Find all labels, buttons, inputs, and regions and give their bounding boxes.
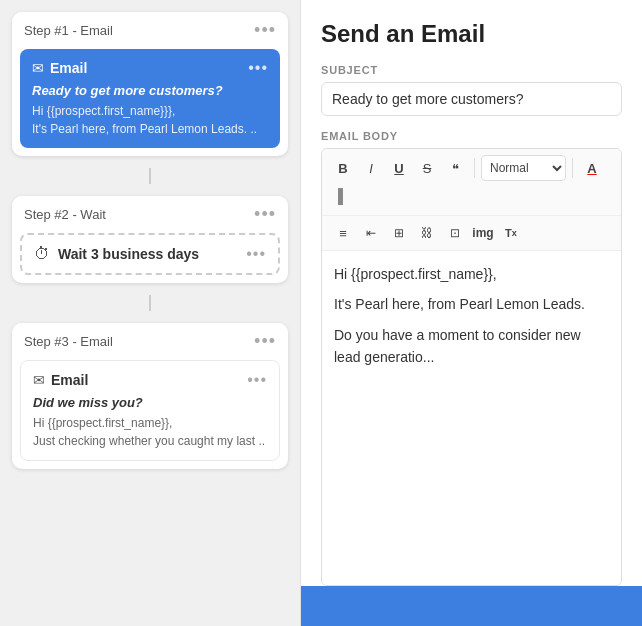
step3-email-subject: Did we miss you? bbox=[33, 395, 267, 410]
step3-email-label-row: ✉ Email bbox=[33, 372, 88, 388]
wait-content: ⏱ Wait 3 business days bbox=[34, 245, 199, 263]
wait-icon: ⏱ bbox=[34, 245, 50, 263]
step3-title: Step #3 - Email bbox=[24, 334, 113, 349]
body-line2: It's Pearl here, from Pearl Lemon Leads. bbox=[334, 293, 609, 315]
clear-format-button[interactable]: Tx bbox=[498, 220, 524, 246]
strike-button[interactable]: S bbox=[414, 155, 440, 181]
table-button[interactable]: ⊞ bbox=[386, 220, 412, 246]
step1-menu-button[interactable]: ••• bbox=[254, 20, 276, 41]
img-text-button[interactable]: img bbox=[470, 220, 496, 246]
subject-input[interactable] bbox=[321, 82, 622, 116]
step1-header: Step #1 - Email ••• bbox=[12, 12, 288, 49]
step3-email-label: Email bbox=[51, 372, 88, 388]
step3-email-preview: Hi {{prospect.first_name}},Just checking… bbox=[33, 414, 267, 450]
toolbar-row2: ≡ ⇤ ⊞ ⛓ ⊡ img Tx bbox=[322, 216, 621, 251]
step3-menu-button[interactable]: ••• bbox=[254, 331, 276, 352]
step3-header: Step #3 - Email ••• bbox=[12, 323, 288, 360]
email-icon-dark: ✉ bbox=[33, 372, 45, 388]
step3-block-menu-button[interactable]: ••• bbox=[247, 371, 267, 389]
bottom-bar bbox=[301, 586, 642, 626]
editor-body[interactable]: Hi {{prospect.first_name}}, It's Pearl h… bbox=[322, 251, 621, 585]
step2-header: Step #2 - Wait ••• bbox=[12, 196, 288, 233]
step2-wait-block[interactable]: ⏱ Wait 3 business days ••• bbox=[20, 233, 280, 275]
indent-button[interactable]: ⇤ bbox=[358, 220, 384, 246]
toolbar-sep-1 bbox=[474, 158, 475, 178]
body-line3: Do you have a moment to consider new lea… bbox=[334, 324, 609, 369]
color-button[interactable]: A bbox=[579, 155, 605, 181]
connector-2 bbox=[12, 295, 288, 311]
italic-button[interactable]: I bbox=[358, 155, 384, 181]
step2-block-menu-button[interactable]: ••• bbox=[246, 245, 266, 263]
format-select[interactable]: Normal Heading 1 Heading 2 bbox=[481, 155, 566, 181]
step1-email-label: Email bbox=[50, 60, 87, 76]
connector-1 bbox=[12, 168, 288, 184]
align-left-button[interactable]: ≡ bbox=[330, 220, 356, 246]
wait-text: Wait 3 business days bbox=[58, 246, 199, 262]
quote-button[interactable]: ❝ bbox=[442, 155, 468, 181]
right-panel: Send an Email SUBJECT EMAIL BODY B I U S… bbox=[300, 0, 642, 626]
step1-block-menu-button[interactable]: ••• bbox=[248, 59, 268, 77]
link-button[interactable]: ⛓ bbox=[414, 220, 440, 246]
step1-email-subject: Ready to get more customers? bbox=[32, 83, 268, 98]
color-icon: A bbox=[587, 161, 596, 176]
image-embed-button[interactable]: ⊡ bbox=[442, 220, 468, 246]
underline-button[interactable]: U bbox=[386, 155, 412, 181]
body-line1: Hi {{prospect.first_name}}, bbox=[334, 263, 609, 285]
body-label: EMAIL BODY bbox=[321, 130, 622, 142]
toolbar-sep-2 bbox=[572, 158, 573, 178]
toolbar-row1: B I U S ❝ Normal Heading 1 Heading 2 A ▌ bbox=[322, 149, 621, 216]
step3-card: Step #3 - Email ••• ✉ Email ••• Did we m… bbox=[12, 323, 288, 469]
subject-label: SUBJECT bbox=[321, 64, 622, 76]
step1-title: Step #1 - Email bbox=[24, 23, 113, 38]
highlight-button[interactable]: ▌ bbox=[330, 183, 356, 209]
left-panel: Step #1 - Email ••• ✉ Email ••• Ready to… bbox=[0, 0, 300, 626]
step1-email-preview: Hi {{prospect.first_name}}},It's Pearl h… bbox=[32, 102, 268, 138]
step2-title: Step #2 - Wait bbox=[24, 207, 106, 222]
email-icon-blue: ✉ bbox=[32, 60, 44, 76]
bold-button[interactable]: B bbox=[330, 155, 356, 181]
email-editor: B I U S ❝ Normal Heading 1 Heading 2 A ▌… bbox=[321, 148, 622, 586]
step1-email-header: ✉ Email ••• bbox=[32, 59, 268, 77]
step3-email-header: ✉ Email ••• bbox=[33, 371, 267, 389]
step2-card: Step #2 - Wait ••• ⏱ Wait 3 business day… bbox=[12, 196, 288, 283]
step1-email-block[interactable]: ✉ Email ••• Ready to get more customers?… bbox=[20, 49, 280, 148]
step1-card: Step #1 - Email ••• ✉ Email ••• Ready to… bbox=[12, 12, 288, 156]
step1-email-label-row: ✉ Email bbox=[32, 60, 87, 76]
panel-title: Send an Email bbox=[321, 20, 622, 48]
step3-email-block[interactable]: ✉ Email ••• Did we miss you? Hi {{prospe… bbox=[20, 360, 280, 461]
step2-menu-button[interactable]: ••• bbox=[254, 204, 276, 225]
